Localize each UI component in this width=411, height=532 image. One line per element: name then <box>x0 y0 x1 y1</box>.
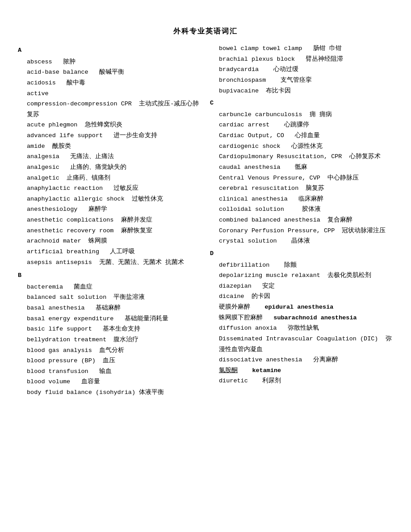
entry-body-fluid: body fluid balance (isohydria) 体液平衡 <box>18 387 201 398</box>
right-column: bowel clamp towel clamp 肠钳 巾钳 brachial p… <box>206 43 393 398</box>
entry-artificial-breathing: artificial breathing 人工呼吸 <box>18 247 201 257</box>
section-C-letter: C <box>210 98 393 109</box>
entry-anesthesiology: anesthesiology 麻醉学 <box>18 204 201 215</box>
entry-basic-life-support: basic life support 基本生命支持 <box>18 324 201 335</box>
entry-depolarizing: depolarizing muscle relaxant 去极化类肌松剂 <box>210 270 393 281</box>
entry-defibrillation: defibrillation 除颤 <box>210 260 393 271</box>
entry-epidural: 硬膜外麻醉 epidural anesthesia <box>210 302 393 313</box>
entry-blood-pressure: blood pressure (BP) 血压 <box>18 356 201 366</box>
entry-basal-anesthesia: basal anesthesia 基础麻醉 <box>18 303 201 314</box>
entry-anaphylactic-shock: anaphylactic allergic shock 过敏性休克 <box>18 194 201 205</box>
entry-acute-phlegmon: acute phlegmon 急性蜂窝织炎 <box>18 120 201 130</box>
entry-crystal-solution: crystal solution 晶体液 <box>210 236 393 247</box>
entry-blood-gas: blood gas analysis 血气分析 <box>18 345 201 356</box>
epidural-bold: epidural anesthesia <box>264 304 333 310</box>
section-B-letter: B <box>18 270 201 281</box>
entry-arachnoid: arachnoid mater 蛛网膜 <box>18 236 201 247</box>
entry-bacteremia: bacteremia 菌血症 <box>18 282 201 293</box>
entry-colloidal: colloidal solution 胶体液 <box>210 204 393 215</box>
entry-coronary-perfusion: Coronary Perfusion Pressure, CPP 冠状动脉灌注压 <box>210 226 393 236</box>
entry-cardiac-arrest: cardiac arrest 心跳骤停 <box>210 120 393 130</box>
entry-combined-balanced: combined balanced anesthesia 复合麻醉 <box>210 215 393 226</box>
entry-cerebral-resuscitation: cerebral resuscitation 脑复苏 <box>210 183 393 194</box>
left-column: A abscess 脓肿 acid-base balance 酸碱平衡 acid… <box>18 43 206 398</box>
entry-subarachnoid: 蛛网膜下腔麻醉 subarachnoid anesthesia <box>210 313 393 323</box>
entry-balanced-salt: balanced salt solution 平衡盐溶液 <box>18 292 201 303</box>
entry-diffusion-anoxia: diffusion anoxia 弥散性缺氧 <box>210 323 393 334</box>
entry-bupivacaine: bupivacaine 布比卡因 <box>210 86 393 96</box>
entry-bradycardia: bradycardia 心动过缓 <box>210 64 393 75</box>
entry-central-venous: Central Venous Pressure, CVP 中心静脉压 <box>210 173 393 184</box>
entry-cardiac-output: Cardiac Output, CO 心排血量 <box>210 130 393 141</box>
section-A-letter: A <box>18 45 201 56</box>
entry-advanced-life-support: advanced life support 进一步生命支持 <box>18 130 201 141</box>
subarachnoid-bold: subarachnoid anesthesia <box>273 314 356 321</box>
entry-bronchiospasm: bronchiospasm 支气管痉挛 <box>210 75 393 86</box>
entry-blood-transfusion: blood transfusion 输血 <box>18 366 201 377</box>
entry-analgetic: analgetic 止痛药、镇痛剂 <box>18 173 201 184</box>
entry-asepsis: asepsis antisepsis 无菌、无菌法、无菌术 抗菌术 <box>18 257 201 268</box>
entry-analgesia: analgesia 无痛法、止痛法 <box>18 151 201 162</box>
entry-amide: amide 酰胺类 <box>18 141 201 152</box>
entry-diazepian: diazepian 安定 <box>210 281 393 292</box>
entry-brachial-plexus: brachial plexus block 臂丛神经阻滞 <box>210 54 393 65</box>
page-title: 外科专业英语词汇 <box>18 27 393 36</box>
entry-bellydration: bellydration treatment 腹水治疗 <box>18 335 201 345</box>
entry-abscess: abscess 脓肿 <box>18 57 201 67</box>
entry-bowel-clamp: bowel clamp towel clamp 肠钳 巾钳 <box>210 43 393 54</box>
entry-carbuncle: carbuncle carbunculosis 痈 痈病 <box>210 109 393 120</box>
entry-dicaine: dicaine 的卡因 <box>210 291 393 302</box>
entry-acid-base: acid-base balance 酸碱平衡 <box>18 67 201 78</box>
entry-clinical-anesthesia: clinical anesthesia 临床麻醉 <box>210 194 393 205</box>
entry-basal-energy: basal energy expenditure 基础能量消耗量 <box>18 314 201 324</box>
entry-anaphylactic-reaction: anaphylactic reaction 过敏反应 <box>18 183 201 194</box>
ketamine-bold: ketamine <box>252 367 281 374</box>
entry-cardiopulmonary: Cardiopulmonary Resuscitation, CPR 心肺复苏术 <box>210 151 393 162</box>
entry-diuretic: diuretic 利尿剂 <box>210 376 393 386</box>
entry-disseminated: Disseminated Intravascular Coagulation (… <box>210 334 393 355</box>
entry-caudal: caudal anesthesia 骶麻 <box>210 162 393 173</box>
section-D-letter: D <box>210 248 393 259</box>
entry-active-cpr: activecompression-decompression CPR 主动式按… <box>18 88 201 120</box>
entry-cardiogenic-shock: cardiogenic shock 心源性休克 <box>210 141 393 152</box>
ketamine-underline: 氯胺酮 <box>219 367 238 374</box>
entry-ketamine: 氯胺酮 ketamine <box>210 365 393 376</box>
entry-dissociative: dissociative anesthesia 分离麻醉 <box>210 355 393 365</box>
entry-anesthetic-recovery: anesthetic recovery room 麻醉恢复室 <box>18 226 201 236</box>
entry-blood-volume: blood volume 血容量 <box>18 377 201 387</box>
entry-anesthetic-complications: anesthetic complications 麻醉并发症 <box>18 215 201 226</box>
entry-acidosis: acidosis 酸中毒 <box>18 78 201 88</box>
entry-analgesic: analgesic 止痛的、痛觉缺失的 <box>18 162 201 173</box>
